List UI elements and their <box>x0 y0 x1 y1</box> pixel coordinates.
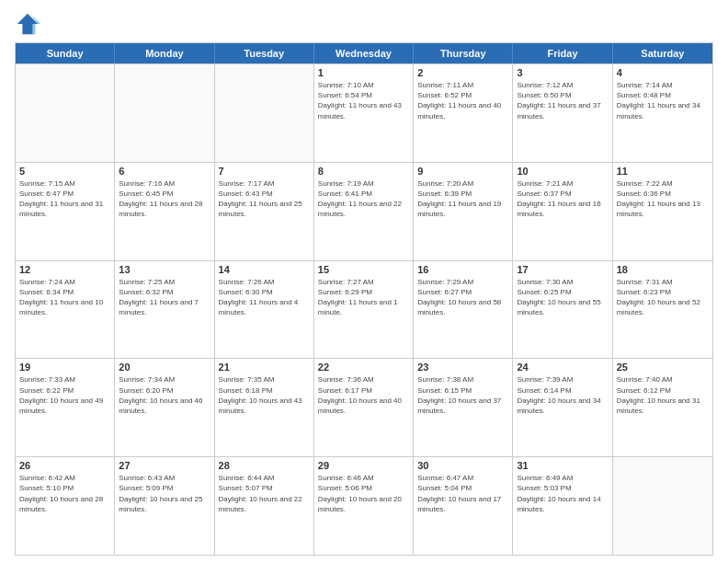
cal-cell: 16Sunrise: 7:29 AM Sunset: 6:27 PM Dayli… <box>414 261 513 359</box>
calendar-header-row: SundayMondayTuesdayWednesdayThursdayFrid… <box>16 43 712 63</box>
day-number: 8 <box>318 166 409 177</box>
logo <box>15 11 44 37</box>
day-number: 10 <box>517 166 608 177</box>
calendar-body: 1Sunrise: 7:10 AM Sunset: 6:54 PM Daylig… <box>16 63 712 555</box>
calendar: SundayMondayTuesdayWednesdayThursdayFrid… <box>15 42 713 556</box>
day-number: 24 <box>517 362 608 373</box>
cal-cell: 21Sunrise: 7:35 AM Sunset: 6:18 PM Dayli… <box>215 359 314 456</box>
cal-cell: 23Sunrise: 7:38 AM Sunset: 6:15 PM Dayli… <box>414 359 513 456</box>
day-info: Sunrise: 7:14 AM Sunset: 6:48 PM Dayligh… <box>617 80 709 121</box>
cal-row-1: 5Sunrise: 7:15 AM Sunset: 6:47 PM Daylig… <box>16 162 712 260</box>
day-number: 11 <box>617 166 709 177</box>
cal-cell: 15Sunrise: 7:27 AM Sunset: 6:29 PM Dayli… <box>314 261 414 359</box>
day-info: Sunrise: 7:21 AM Sunset: 6:37 PM Dayligh… <box>517 178 608 220</box>
day-info: Sunrise: 7:16 AM Sunset: 6:45 PM Dayligh… <box>119 178 210 220</box>
day-number: 17 <box>517 264 608 275</box>
day-info: Sunrise: 7:35 AM Sunset: 6:18 PM Dayligh… <box>219 374 310 416</box>
header-cell-friday: Friday <box>513 43 612 63</box>
day-number: 23 <box>417 362 508 373</box>
cal-cell: 10Sunrise: 7:21 AM Sunset: 6:37 PM Dayli… <box>513 163 612 260</box>
cal-cell: 22Sunrise: 7:36 AM Sunset: 6:17 PM Dayli… <box>314 359 414 456</box>
day-number: 2 <box>417 67 508 78</box>
day-info: Sunrise: 7:31 AM Sunset: 6:23 PM Dayligh… <box>617 277 709 318</box>
day-info: Sunrise: 6:43 AM Sunset: 5:09 PM Dayligh… <box>119 473 210 514</box>
day-number: 28 <box>219 460 310 471</box>
day-info: Sunrise: 7:33 AM Sunset: 6:22 PM Dayligh… <box>19 374 110 416</box>
cal-cell <box>215 64 314 162</box>
cal-cell: 3Sunrise: 7:12 AM Sunset: 6:50 PM Daylig… <box>513 64 612 162</box>
day-info: Sunrise: 7:19 AM Sunset: 6:41 PM Dayligh… <box>318 178 409 220</box>
day-number: 29 <box>318 460 409 471</box>
cal-cell <box>16 64 115 162</box>
cal-cell: 26Sunrise: 6:42 AM Sunset: 5:10 PM Dayli… <box>16 457 115 555</box>
cal-cell: 19Sunrise: 7:33 AM Sunset: 6:22 PM Dayli… <box>16 359 115 456</box>
cal-cell: 17Sunrise: 7:30 AM Sunset: 6:25 PM Dayli… <box>513 261 612 359</box>
day-info: Sunrise: 7:27 AM Sunset: 6:29 PM Dayligh… <box>318 277 409 318</box>
cal-cell: 8Sunrise: 7:19 AM Sunset: 6:41 PM Daylig… <box>314 163 414 260</box>
day-info: Sunrise: 7:22 AM Sunset: 6:36 PM Dayligh… <box>617 178 709 220</box>
day-info: Sunrise: 6:44 AM Sunset: 5:07 PM Dayligh… <box>219 473 310 514</box>
cal-cell: 25Sunrise: 7:40 AM Sunset: 6:12 PM Dayli… <box>613 359 712 456</box>
day-info: Sunrise: 7:25 AM Sunset: 6:32 PM Dayligh… <box>119 277 210 318</box>
day-number: 3 <box>517 67 608 78</box>
day-info: Sunrise: 7:20 AM Sunset: 6:39 PM Dayligh… <box>417 178 508 220</box>
page: SundayMondayTuesdayWednesdayThursdayFrid… <box>0 0 728 563</box>
day-info: Sunrise: 7:26 AM Sunset: 6:30 PM Dayligh… <box>219 277 310 318</box>
day-number: 16 <box>417 264 508 275</box>
day-number: 22 <box>318 362 409 373</box>
cal-cell: 6Sunrise: 7:16 AM Sunset: 6:45 PM Daylig… <box>115 163 214 260</box>
header-cell-sunday: Sunday <box>16 43 115 63</box>
day-number: 1 <box>318 67 409 78</box>
cal-cell: 1Sunrise: 7:10 AM Sunset: 6:54 PM Daylig… <box>314 64 414 162</box>
cal-cell: 18Sunrise: 7:31 AM Sunset: 6:23 PM Dayli… <box>613 261 712 359</box>
day-info: Sunrise: 7:29 AM Sunset: 6:27 PM Dayligh… <box>417 277 508 318</box>
day-number: 18 <box>617 264 709 275</box>
cal-cell: 31Sunrise: 6:49 AM Sunset: 5:03 PM Dayli… <box>513 457 612 555</box>
day-info: Sunrise: 6:47 AM Sunset: 5:04 PM Dayligh… <box>417 473 508 514</box>
header-cell-thursday: Thursday <box>414 43 513 63</box>
cal-cell: 5Sunrise: 7:15 AM Sunset: 6:47 PM Daylig… <box>16 163 115 260</box>
day-info: Sunrise: 7:11 AM Sunset: 6:52 PM Dayligh… <box>417 80 508 121</box>
cal-cell: 29Sunrise: 6:46 AM Sunset: 5:06 PM Dayli… <box>314 457 414 555</box>
cal-cell: 11Sunrise: 7:22 AM Sunset: 6:36 PM Dayli… <box>613 163 712 260</box>
day-number: 6 <box>119 166 210 177</box>
cal-cell: 12Sunrise: 7:24 AM Sunset: 6:34 PM Dayli… <box>16 261 115 359</box>
cal-cell: 4Sunrise: 7:14 AM Sunset: 6:48 PM Daylig… <box>613 64 712 162</box>
day-info: Sunrise: 7:34 AM Sunset: 6:20 PM Dayligh… <box>119 374 210 416</box>
day-info: Sunrise: 7:39 AM Sunset: 6:14 PM Dayligh… <box>517 374 608 416</box>
day-number: 5 <box>19 166 110 177</box>
header <box>15 11 713 37</box>
day-info: Sunrise: 7:17 AM Sunset: 6:43 PM Dayligh… <box>219 178 310 220</box>
cal-cell <box>613 457 712 555</box>
cal-cell: 24Sunrise: 7:39 AM Sunset: 6:14 PM Dayli… <box>513 359 612 456</box>
day-info: Sunrise: 7:12 AM Sunset: 6:50 PM Dayligh… <box>517 80 608 121</box>
cal-cell: 2Sunrise: 7:11 AM Sunset: 6:52 PM Daylig… <box>414 64 513 162</box>
day-info: Sunrise: 6:46 AM Sunset: 5:06 PM Dayligh… <box>318 473 409 514</box>
day-number: 7 <box>219 166 310 177</box>
day-number: 4 <box>617 67 709 78</box>
header-cell-tuesday: Tuesday <box>215 43 314 63</box>
day-number: 27 <box>119 460 210 471</box>
cal-cell <box>115 64 214 162</box>
day-info: Sunrise: 7:10 AM Sunset: 6:54 PM Dayligh… <box>318 80 409 121</box>
cal-cell: 30Sunrise: 6:47 AM Sunset: 5:04 PM Dayli… <box>414 457 513 555</box>
cal-row-0: 1Sunrise: 7:10 AM Sunset: 6:54 PM Daylig… <box>16 63 712 162</box>
day-number: 25 <box>617 362 709 373</box>
day-info: Sunrise: 6:42 AM Sunset: 5:10 PM Dayligh… <box>19 473 110 514</box>
day-number: 21 <box>219 362 310 373</box>
day-info: Sunrise: 6:49 AM Sunset: 5:03 PM Dayligh… <box>517 473 608 514</box>
header-cell-saturday: Saturday <box>613 43 712 63</box>
header-cell-wednesday: Wednesday <box>314 43 414 63</box>
cal-cell: 14Sunrise: 7:26 AM Sunset: 6:30 PM Dayli… <box>215 261 314 359</box>
cal-cell: 13Sunrise: 7:25 AM Sunset: 6:32 PM Dayli… <box>115 261 214 359</box>
cal-cell: 9Sunrise: 7:20 AM Sunset: 6:39 PM Daylig… <box>414 163 513 260</box>
day-number: 31 <box>517 460 608 471</box>
day-number: 14 <box>219 264 310 275</box>
cal-cell: 27Sunrise: 6:43 AM Sunset: 5:09 PM Dayli… <box>115 457 214 555</box>
cal-cell: 28Sunrise: 6:44 AM Sunset: 5:07 PM Dayli… <box>215 457 314 555</box>
logo-icon <box>15 11 40 37</box>
cal-row-3: 19Sunrise: 7:33 AM Sunset: 6:22 PM Dayli… <box>16 358 712 456</box>
day-number: 13 <box>119 264 210 275</box>
day-number: 30 <box>417 460 508 471</box>
day-number: 19 <box>19 362 110 373</box>
